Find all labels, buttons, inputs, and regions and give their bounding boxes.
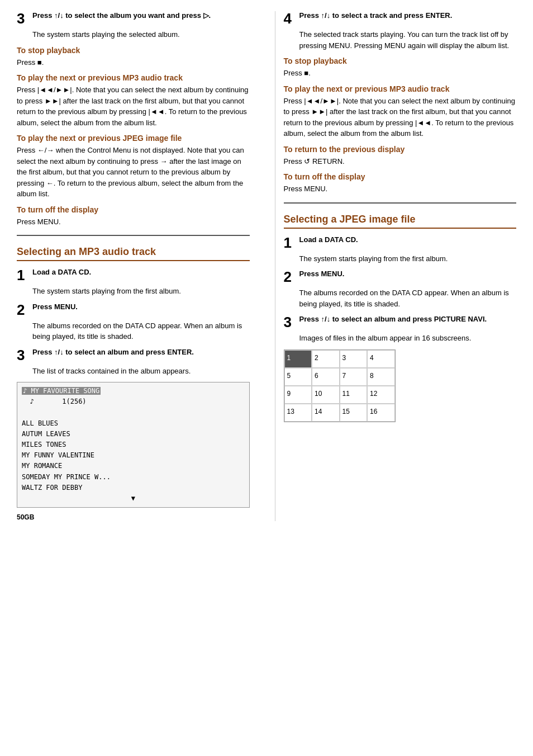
mp3-step1-number: 1 xyxy=(17,268,28,282)
right-play-next-mp3-heading: To play the next or previous MP3 audio t… xyxy=(284,84,517,93)
left-stop-playback-body: Press ■. xyxy=(17,57,250,68)
step3-number: 3 xyxy=(17,11,28,26)
left-stop-playback-heading: To stop playback xyxy=(17,46,250,55)
right-turn-off-body: Press MENU. xyxy=(284,183,517,195)
mp3-step3-header: 3 Press ↑/↓ to select an album and press… xyxy=(17,348,250,362)
jpeg-grid-cell: 16 xyxy=(367,404,395,422)
track-item-3: MILES TONES xyxy=(22,440,245,450)
jpeg-step2-body: The albums recorded on the DATA CD appea… xyxy=(299,287,517,309)
jpeg-step1-number: 1 xyxy=(284,235,295,250)
step3-body: The system starts playing the selected a… xyxy=(32,29,250,40)
jpeg-step2-title: Press MENU. xyxy=(299,270,345,278)
jpeg-step3-title: Press ↑/↓ to select an album and press P… xyxy=(299,315,487,323)
jpeg-step2-header: 2 Press MENU. xyxy=(284,270,517,284)
jpeg-grid-cell: 13 xyxy=(284,404,312,422)
jpeg-grid-cell: 5 xyxy=(284,368,312,386)
track-display: ♪ MY FAVOURITE SONG ♪ 1(256) ALL BLUES A… xyxy=(17,382,250,508)
track-item-2: AUTUM LEAVES xyxy=(22,429,245,440)
track-display-spacer xyxy=(22,407,245,418)
left-play-next-mp3-body: Press |◄◄/►►|. Note that you can select … xyxy=(17,84,250,128)
mp3-step1-body: The system starts playing from the first… xyxy=(32,286,250,297)
mp3-step2-title: Press MENU. xyxy=(32,303,78,311)
jpeg-grid-cell: 15 xyxy=(340,404,368,422)
jpeg-grid-cell: 10 xyxy=(312,386,340,404)
mp3-step3-title: Press ↑/↓ to select an album and press E… xyxy=(32,348,194,356)
right-play-next-mp3-body: Press |◄◄/►►|. Note that you can select … xyxy=(284,96,517,139)
track-scroll-down: ▼ xyxy=(22,493,245,504)
jpeg-grid-cell: 14 xyxy=(312,404,340,422)
right-column: 4 Press ↑/↓ to select a track and press … xyxy=(275,11,517,521)
jpeg-grid-cell: 11 xyxy=(340,386,368,404)
jpeg-grid-cell: 1 xyxy=(284,350,312,368)
jpeg-step1-title: Load a DATA CD. xyxy=(299,235,358,244)
jpeg-grid-cell: 2 xyxy=(312,350,340,368)
mp3-step2-number: 2 xyxy=(17,303,28,317)
jpeg-grid-cell: 12 xyxy=(367,386,395,404)
jpeg-grid: 12345678910111213141516 xyxy=(284,349,396,422)
step4-body: The selected track starts playing. You c… xyxy=(299,29,517,51)
mp3-step3-number: 3 xyxy=(17,348,28,362)
right-divider xyxy=(284,202,517,204)
jpeg-grid-cell: 9 xyxy=(284,386,312,404)
track-item-5: MY ROMANCE xyxy=(22,461,245,471)
jpeg-grid-cell: 4 xyxy=(367,350,395,368)
jpeg-grid-cell: 7 xyxy=(340,368,368,386)
track-highlight: ♪ MY FAVOURITE SONG xyxy=(22,387,101,395)
mp3-step1-title: Load a DATA CD. xyxy=(32,268,91,276)
left-turn-off-body: Press MENU. xyxy=(17,216,250,228)
left-play-next-jpeg-body: Press ←/→ when the Control Menu is not d… xyxy=(17,145,250,200)
page-footer: 50GB xyxy=(17,513,250,521)
jpeg-step3-body: Images of files in the album appear in 1… xyxy=(299,333,517,344)
jpeg-step3-header: 3 Press ↑/↓ to select an album and press… xyxy=(284,315,517,329)
step4-header: 4 Press ↑/↓ to select a track and press … xyxy=(284,11,517,26)
left-turn-off-heading: To turn off the display xyxy=(17,205,250,214)
track-display-line1: ♪ MY FAVOURITE SONG xyxy=(22,386,245,396)
jpeg-grid-cell: 6 xyxy=(312,368,340,386)
left-play-next-mp3-heading: To play the next or previous MP3 audio t… xyxy=(17,73,250,82)
jpeg-section-title: Selecting a JPEG image file xyxy=(284,214,517,229)
jpeg-step3-number: 3 xyxy=(284,315,295,329)
right-return-body: Press ↺ RETURN. xyxy=(284,156,517,167)
track-item-1: ALL BLUES xyxy=(22,418,245,429)
jpeg-grid-cell: 8 xyxy=(367,368,395,386)
track-item-6: SOMEDAY MY PRINCE W... xyxy=(22,472,245,483)
step3-header: 3 Press ↑/↓ to select the album you want… xyxy=(17,11,250,26)
jpeg-grid-cell: 3 xyxy=(340,350,368,368)
jpeg-step1-header: 1 Load a DATA CD. xyxy=(284,235,517,250)
step4-title: Press ↑/↓ to select a track and press EN… xyxy=(299,11,453,20)
mp3-step2-header: 2 Press MENU. xyxy=(17,303,250,317)
track-item-4: MY FUNNY VALENTINE xyxy=(22,450,245,461)
left-divider xyxy=(17,235,250,236)
jpeg-step1-body: The system starts playing from the first… xyxy=(299,253,517,264)
page-container: 3 Press ↑/↓ to select the album you want… xyxy=(17,11,516,521)
right-stop-playback-body: Press ■. xyxy=(284,68,517,79)
left-column: 3 Press ↑/↓ to select the album you want… xyxy=(17,11,258,521)
track-item-7: WALTZ FOR DEBBY xyxy=(22,483,245,493)
step3-title: Press ↑/↓ to select the album you want a… xyxy=(32,11,211,20)
mp3-step2-body: The albums recorded on the DATA CD appea… xyxy=(32,320,250,342)
right-turn-off-heading: To turn off the display xyxy=(284,172,517,181)
right-stop-playback-heading: To stop playback xyxy=(284,56,517,65)
mp3-step3-body: The list of tracks contained in the albu… xyxy=(32,366,250,377)
track-display-line2: ♪ 1(256) xyxy=(22,396,245,407)
jpeg-step2-number: 2 xyxy=(284,270,295,284)
right-return-heading: To return to the previous display xyxy=(284,145,517,154)
left-play-next-jpeg-heading: To play the next or previous JPEG image … xyxy=(17,134,250,143)
step4-number: 4 xyxy=(284,11,295,26)
mp3-section-title: Selecting an MP3 audio track xyxy=(17,246,250,261)
mp3-step1-header: 1 Load a DATA CD. xyxy=(17,268,250,282)
